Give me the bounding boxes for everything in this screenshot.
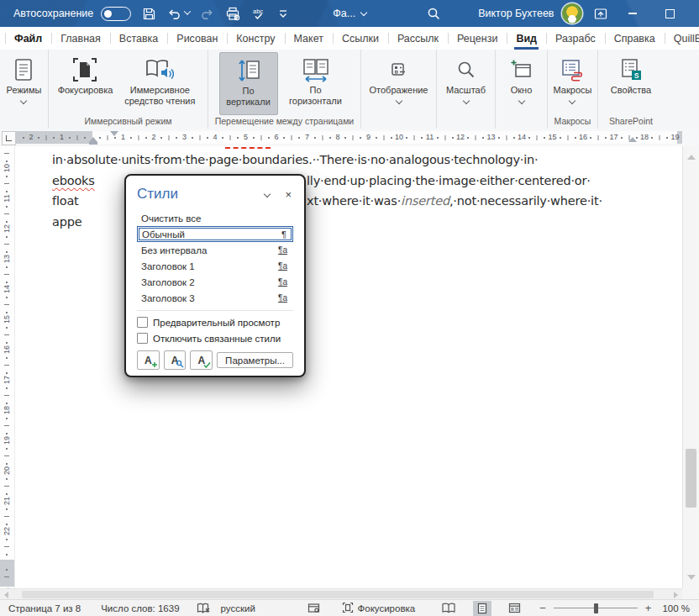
document-title[interactable]: Фа... [333,8,366,19]
tab-review[interactable]: Рецензи [448,27,507,50]
ruler-tick [6,266,8,268]
tab-file[interactable]: Файл [5,27,51,50]
page-indicator[interactable]: Страница 7 из 8 [8,603,81,613]
style-item-clear-all[interactable]: Очистить все [137,210,293,226]
style-item-heading-1[interactable]: Заголовок 1 ¶a [137,258,293,274]
proofing-errors-icon[interactable] [197,603,211,614]
ruler-tick [84,137,86,139]
ruler-number: 19 [670,133,679,142]
search-button[interactable] [427,7,441,21]
ruler-number: 2 [151,133,155,142]
tab-references[interactable]: Ссылки [333,27,388,50]
window-button[interactable]: Окно [507,52,537,115]
tab-label: Рисован [176,33,218,45]
customize-quick-access-button[interactable] [277,8,289,19]
vertical-scrollbar-thumb[interactable] [686,449,696,508]
print-layout-button[interactable] [473,601,491,616]
tab-selector-button[interactable] [2,131,16,145]
scroll-left-arrow[interactable] [4,592,8,598]
tab-help[interactable]: Справка [605,27,665,50]
styles-panel-checkboxes: Предварительный просмотр Отключить связа… [137,310,293,346]
zoom-in-button[interactable]: + [645,602,652,614]
tab-label: Главная [60,33,101,45]
undo-button[interactable] [167,8,190,20]
display-button[interactable]: Отображение [365,52,433,115]
tab-mailings[interactable]: Рассылк [388,27,448,50]
zoom-out-button[interactable]: − [539,602,546,614]
new-style-button[interactable]: A [137,350,160,370]
ruler-number: 18 [640,133,649,142]
immersive-reader-button[interactable]: Иммерсивное средство чтения [117,52,202,115]
minimize-button[interactable] [613,0,651,27]
ruler-tick [506,135,507,140]
spelling-button[interactable]: abc [251,7,266,21]
tab-quillbot[interactable]: QuillBot [665,27,699,50]
maximize-button[interactable] [651,0,689,27]
zoom-slider[interactable] [554,603,638,614]
manage-styles-button[interactable]: A [190,350,213,370]
checkbox-box [137,333,148,344]
left-indent-marker[interactable] [89,142,97,145]
styles-options-button[interactable]: Параметры... [217,352,293,368]
autosave-toggle[interactable] [101,7,131,21]
user-name[interactable]: Виктор Бухтеев [478,8,554,19]
zoom-button[interactable]: Масштаб [442,52,490,115]
ruler-tick [292,135,292,140]
ruler-tick [6,403,8,404]
tab-insert[interactable]: Вставка [110,27,167,50]
properties-button[interactable]: S Свойства [607,52,655,115]
ruler-tick [560,137,561,139]
ruler-tick [651,137,653,139]
ribbon-display-options-button[interactable] [593,7,608,21]
scroll-up-arrow[interactable] [687,155,696,160]
vertical-pages-icon [236,55,261,86]
style-item-normal[interactable]: Обычный ¶ [137,226,293,242]
ruler-tick [4,183,9,184]
tab-developer[interactable]: Разрабс [546,27,605,50]
ruler-tick [76,135,77,140]
scroll-down-arrow[interactable] [687,575,696,580]
zoom-icon [455,55,477,85]
styles-panel-menu-button[interactable] [258,188,276,200]
quick-print-button[interactable] [225,7,240,21]
avatar[interactable] [562,3,582,24]
zoom-percentage[interactable]: 100 % [662,603,690,613]
close-button[interactable]: × [689,0,699,27]
web-layout-button[interactable] [504,601,525,615]
checkbox-disable-linked-styles[interactable]: Отключить связанные стили [137,330,293,346]
redo-button[interactable] [201,8,214,20]
first-line-indent-marker[interactable] [110,131,118,136]
tab-home[interactable]: Главная [51,27,110,50]
tab-view[interactable]: Вид [507,27,546,50]
tab-design[interactable]: Констру [227,27,284,50]
style-item-heading-2[interactable]: Заголовок 2 ¶a [137,274,293,290]
read-mode-button[interactable] [437,601,460,615]
macros-button[interactable]: Макросы [549,52,597,115]
horizontal-scrollbar[interactable] [0,588,682,599]
document-canvas[interactable]: in·absolute·units·from·the·page·boundari… [15,146,682,588]
macro-recording-icon[interactable] [307,603,320,613]
ruler-tick [322,135,323,140]
tab-layout[interactable]: Макет [285,27,333,50]
checkbox-show-preview[interactable]: Предварительный просмотр [137,314,293,330]
autosave-toggle-knob [104,10,112,18]
styles-panel-close-button[interactable]: × [276,187,293,202]
vertical-scrollbar[interactable] [682,146,699,588]
focus-mode-button[interactable]: Фокусировка [342,602,416,615]
save-button[interactable] [142,7,156,21]
style-item-heading-3[interactable]: Заголовок 3 ¶a [137,290,293,306]
modes-button[interactable]: Режимы [3,52,46,115]
tab-draw[interactable]: Рисован [167,27,227,50]
tab-label: Констру [236,33,275,45]
scroll-right-arrow[interactable] [674,592,678,598]
style-inspector-button[interactable]: A [164,350,187,370]
style-item-no-spacing[interactable]: Без интервала ¶a [137,242,293,258]
zoom-slider-handle[interactable] [594,603,598,613]
vertical-pages-button[interactable]: По вертикали [219,52,278,115]
language-indicator[interactable]: русский [221,603,255,613]
ribbon-group-display: Отображение [361,50,437,129]
word-count[interactable]: Число слов: 1639 [101,603,179,613]
horizontal-pages-button[interactable]: По горизонтали [281,52,350,115]
horizontal-scrollbar-thumb[interactable] [22,591,654,598]
focus-button[interactable]: Фокусировка [54,52,118,115]
